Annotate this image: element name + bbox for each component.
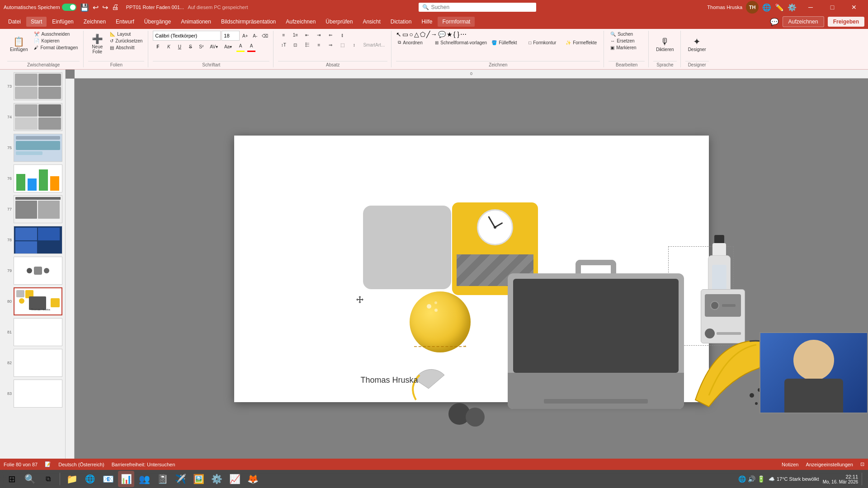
font-color-btn[interactable]: A bbox=[246, 42, 256, 50]
triangle-tool[interactable]: △ bbox=[414, 31, 419, 38]
menu-zeichnen[interactable]: Zeichnen bbox=[79, 17, 110, 27]
notes-btn[interactable]: Notizen bbox=[782, 462, 798, 467]
webcam-overlay[interactable] bbox=[760, 332, 868, 413]
diktieren-btn[interactable]: 🎙 Diktieren bbox=[653, 31, 676, 58]
ribbon-neue-folie-btn[interactable]: ➕ NeueFolie bbox=[88, 31, 106, 58]
menu-formformat[interactable]: Formformat bbox=[438, 17, 475, 27]
indent-decrease-btn[interactable]: ⇤ bbox=[302, 31, 312, 39]
taskbar-teams-icon[interactable]: 👥 bbox=[136, 471, 152, 487]
line-spacing-btn[interactable]: ↕ bbox=[349, 41, 359, 49]
menu-datei[interactable]: Datei bbox=[4, 17, 25, 27]
pie-slice-shape[interactable] bbox=[406, 366, 451, 411]
slide-thumb-77[interactable]: 77 bbox=[2, 194, 63, 224]
slide-thumb-81[interactable]: 81 bbox=[2, 317, 63, 347]
taskbar-explorer-icon[interactable]: 📁 bbox=[64, 471, 80, 487]
slide-thumb-79[interactable]: 79 bbox=[2, 256, 63, 286]
undo-icon[interactable]: ↩ bbox=[93, 3, 99, 12]
designer-btn[interactable]: ✦ Designer bbox=[685, 31, 709, 58]
slide-preview-75[interactable] bbox=[14, 134, 62, 162]
network-icon[interactable]: 🌐 bbox=[762, 3, 771, 12]
maximize-button[interactable]: □ bbox=[822, 0, 843, 14]
taskbar-browser-icon[interactable]: 🦊 bbox=[245, 471, 261, 487]
autosave-toggle[interactable]: Automatisches Speichern bbox=[4, 4, 76, 11]
change-case-btn[interactable]: Aa▾ bbox=[222, 42, 235, 51]
gray-rectangle-shape[interactable] bbox=[363, 206, 451, 289]
char-spacing-btn[interactable]: AV▾ bbox=[207, 42, 221, 51]
bullets-btn[interactable]: ≡ bbox=[278, 31, 289, 39]
slide-thumb-74[interactable]: 74 bbox=[2, 102, 63, 132]
ribbon-abschnitt-btn[interactable]: ▤ Abschnitt bbox=[108, 44, 144, 51]
slide-preview-82[interactable] bbox=[14, 349, 62, 377]
star-tool[interactable]: ★ bbox=[447, 31, 453, 38]
network-tray-icon[interactable]: 🌐 bbox=[738, 475, 746, 483]
search-input[interactable] bbox=[431, 4, 512, 10]
ersetzen-btn[interactable]: ↔ Ersetzen bbox=[609, 38, 645, 44]
menu-dictation[interactable]: Dictation bbox=[386, 17, 416, 27]
search-box[interactable]: 🔍 bbox=[419, 3, 536, 12]
taskbar-task-view-icon[interactable]: ⧉ bbox=[40, 471, 56, 487]
formeffekte-btn[interactable]: ✨ Formeffekte bbox=[564, 39, 600, 46]
columns-btn[interactable]: ⫿ bbox=[337, 31, 348, 39]
save-icon[interactable]: 💾 bbox=[80, 3, 89, 12]
font-size-input[interactable] bbox=[222, 31, 240, 41]
fit-page-icon[interactable]: ⊡ bbox=[860, 461, 864, 467]
minimize-button[interactable]: ─ bbox=[800, 0, 821, 14]
fuelleffekt-btn[interactable]: 🪣 Fülleffekt bbox=[490, 39, 526, 46]
slide-panel[interactable]: 73 74 75 bbox=[0, 70, 66, 459]
menu-start[interactable]: Start bbox=[26, 17, 47, 27]
accessibility-label[interactable]: Barrierefreiheit: Untersuchen bbox=[112, 462, 175, 467]
text-align-btn[interactable]: ⊡ bbox=[290, 41, 301, 49]
slide-thumb-83[interactable]: 83 bbox=[2, 379, 63, 408]
comment-icon[interactable]: 💬 bbox=[770, 18, 779, 26]
bold-btn[interactable]: F bbox=[153, 42, 163, 51]
volume-tray-icon[interactable]: 🔊 bbox=[748, 475, 755, 483]
callout-tool[interactable]: 💬 bbox=[438, 31, 446, 38]
time-widget[interactable]: 22:11 Mo, 16. Mär 2026 bbox=[823, 474, 858, 484]
arrow-tool[interactable]: ↖ bbox=[396, 31, 401, 38]
taskbar-outlook-icon[interactable]: 📧 bbox=[100, 471, 116, 487]
ribbon-ausschneiden-btn[interactable]: ✂️ Ausschneiden bbox=[32, 31, 80, 38]
line-tool[interactable]: ╱ bbox=[426, 31, 430, 38]
text-direction-btn[interactable]: ↕T bbox=[278, 41, 289, 49]
slide-preview-76[interactable] bbox=[14, 164, 62, 192]
menu-ansicht[interactable]: Ansicht bbox=[358, 17, 385, 27]
indent-increase-btn[interactable]: ⇥ bbox=[313, 31, 324, 39]
redo-icon[interactable]: ↪ bbox=[102, 3, 108, 12]
ribbon-layout-btn[interactable]: 📐 Layout bbox=[108, 31, 144, 38]
underline-btn[interactable]: U bbox=[175, 42, 184, 51]
taskbar-search-icon[interactable]: 🔍 bbox=[22, 471, 38, 487]
dark-circle-2[interactable] bbox=[466, 408, 485, 427]
menu-uebergaenge[interactable]: Übergänge bbox=[140, 17, 175, 27]
language-label[interactable]: Deutsch (Österreich) bbox=[58, 462, 104, 467]
font-increase-btn[interactable]: A+ bbox=[241, 33, 250, 39]
menu-animationen[interactable]: Animationen bbox=[176, 17, 216, 27]
taskbar-excel-icon[interactable]: 📈 bbox=[226, 471, 243, 487]
strikethrough-btn[interactable]: S bbox=[185, 42, 195, 51]
italic-btn[interactable]: K bbox=[164, 42, 174, 51]
clear-format-btn[interactable]: ⌫ bbox=[260, 33, 269, 39]
taskbar-powerpoint-icon[interactable]: 📊 bbox=[118, 471, 134, 487]
slide-preview-77[interactable] bbox=[14, 195, 62, 223]
markieren-btn[interactable]: ▣ Markieren bbox=[609, 44, 645, 51]
slide-preview-78[interactable] bbox=[14, 226, 62, 254]
slide-preview-81[interactable] bbox=[14, 318, 62, 346]
align-right-btn[interactable]: ⇒ bbox=[325, 41, 336, 49]
ribbon-zuruecksetzen-btn[interactable]: ↺ Zurücksetzen bbox=[108, 38, 144, 44]
align-left-btn[interactable]: ⬱ bbox=[302, 40, 312, 49]
taskbar-edge-icon[interactable]: 🌐 bbox=[82, 471, 98, 487]
text-shadow-btn[interactable]: S² bbox=[196, 42, 206, 51]
menu-aufzeichnen[interactable]: Aufzeichnen bbox=[281, 17, 320, 27]
taskbar-photos-icon[interactable]: 🖼️ bbox=[190, 471, 207, 487]
slide-thumb-78[interactable]: 78 bbox=[2, 225, 63, 255]
slide-preview-73[interactable] bbox=[14, 72, 62, 100]
canvas-area[interactable]: 0 bbox=[66, 70, 868, 459]
slide-preview-83[interactable] bbox=[14, 380, 62, 408]
yellow-circle-shape[interactable]: → bbox=[410, 291, 471, 352]
oval-tool[interactable]: ○ bbox=[409, 31, 413, 38]
smartart-btn[interactable]: SmartArt... bbox=[360, 41, 387, 49]
taskbar-onenote-icon[interactable]: 📓 bbox=[154, 471, 170, 487]
autosave-toggle-switch[interactable] bbox=[62, 4, 76, 11]
slide-thumb-75[interactable]: 75 bbox=[2, 133, 63, 163]
font-decrease-btn[interactable]: A- bbox=[250, 33, 259, 39]
print-icon[interactable]: 🖨 bbox=[112, 3, 119, 11]
